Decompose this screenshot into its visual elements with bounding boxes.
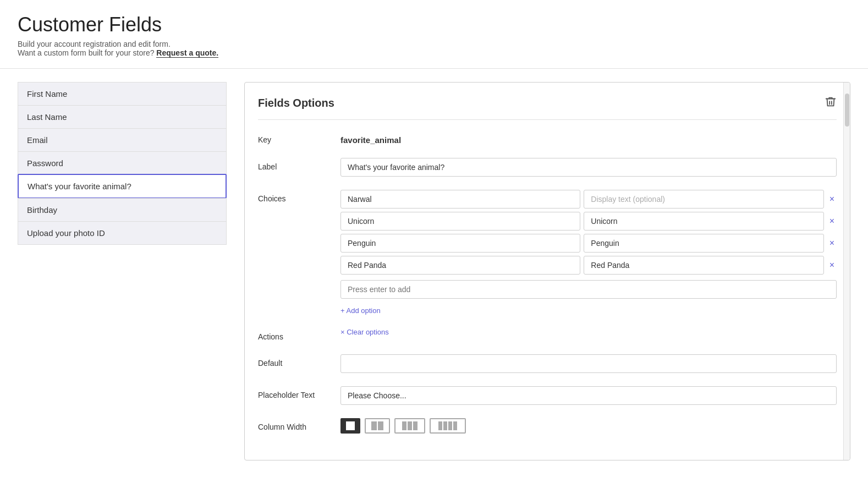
remove-red-panda-button[interactable]: × xyxy=(827,260,837,271)
default-input[interactable] xyxy=(340,354,837,373)
clear-options-link[interactable]: × Clear options xyxy=(340,328,389,336)
default-row: Default xyxy=(258,354,837,373)
col-width-1-button[interactable] xyxy=(340,418,360,434)
choice-value-red-panda[interactable] xyxy=(340,256,580,275)
delete-field-button[interactable] xyxy=(825,96,837,111)
remove-unicorn-button[interactable]: × xyxy=(827,216,837,227)
page-subtitle: Build your account registration and edit… xyxy=(18,40,850,57)
placeholder-label: Placeholder Text xyxy=(258,386,340,399)
label-label: Label xyxy=(258,158,340,171)
field-item-password[interactable]: Password xyxy=(18,151,227,174)
choice-display-narwal[interactable] xyxy=(584,190,823,209)
page-header: Customer Fields Build your account regis… xyxy=(0,0,868,69)
choice-display-red-panda[interactable] xyxy=(584,256,823,275)
choice-row-narwal: × xyxy=(340,190,837,209)
col-width-4-button[interactable] xyxy=(430,418,466,434)
choice-row-red-panda: × xyxy=(340,256,837,275)
choice-row-penguin: × xyxy=(340,234,837,253)
actions-label: Actions xyxy=(258,328,340,341)
add-option-link[interactable]: + Add option xyxy=(340,306,837,315)
placeholder-row: Placeholder Text xyxy=(258,386,837,405)
add-option-input-row xyxy=(340,280,837,299)
scrollbar[interactable] xyxy=(843,83,850,460)
default-label: Default xyxy=(258,354,340,368)
remove-penguin-button[interactable]: × xyxy=(827,238,837,249)
key-value: favorite_animal xyxy=(340,131,837,145)
field-item-photo-id[interactable]: Upload your photo ID xyxy=(18,221,227,245)
key-label: Key xyxy=(258,131,340,144)
choices-container: × × × xyxy=(340,190,837,315)
choices-row: Choices × × xyxy=(258,190,837,315)
panel-title: Fields Options xyxy=(258,97,334,109)
label-row: Label xyxy=(258,158,837,177)
options-panel: Fields Options Key favorite_animal Label xyxy=(244,82,850,460)
choice-value-narwal[interactable] xyxy=(340,190,580,209)
choice-display-penguin[interactable] xyxy=(584,234,823,253)
actions-row: Actions × Clear options xyxy=(258,328,837,341)
label-input[interactable] xyxy=(340,158,837,177)
choice-value-penguin[interactable] xyxy=(340,234,580,253)
page-title: Customer Fields xyxy=(18,13,850,36)
remove-narwal-button[interactable]: × xyxy=(827,194,837,205)
subtitle-text: Build your account registration and edit… xyxy=(18,40,171,48)
choice-value-unicorn[interactable] xyxy=(340,212,580,231)
fields-list: First Name Last Name Email Password What… xyxy=(18,82,227,245)
field-item-last-name[interactable]: Last Name xyxy=(18,105,227,128)
column-width-options xyxy=(340,418,837,434)
column-width-label: Column Width xyxy=(258,418,340,431)
choice-row-unicorn: × xyxy=(340,212,837,231)
new-option-input[interactable] xyxy=(340,280,837,299)
column-width-row: Column Width xyxy=(258,418,837,434)
scrollbar-thumb xyxy=(845,94,849,127)
key-row: Key favorite_animal xyxy=(258,131,837,145)
choice-display-unicorn[interactable] xyxy=(584,212,823,231)
col-width-3-button[interactable] xyxy=(394,418,425,434)
choices-label: Choices xyxy=(258,190,340,203)
field-item-favorite-animal[interactable]: What's your favorite animal? xyxy=(18,174,227,199)
field-item-birthday[interactable]: Birthday xyxy=(18,198,227,221)
col-width-2-button[interactable] xyxy=(365,418,390,434)
field-item-email[interactable]: Email xyxy=(18,128,227,151)
request-quote-link[interactable]: Request a quote. xyxy=(156,48,218,58)
field-item-first-name[interactable]: First Name xyxy=(18,82,227,105)
trash-icon xyxy=(825,96,837,108)
placeholder-input[interactable] xyxy=(340,386,837,405)
quote-prompt: Want a custom form built for your store? xyxy=(18,48,154,57)
